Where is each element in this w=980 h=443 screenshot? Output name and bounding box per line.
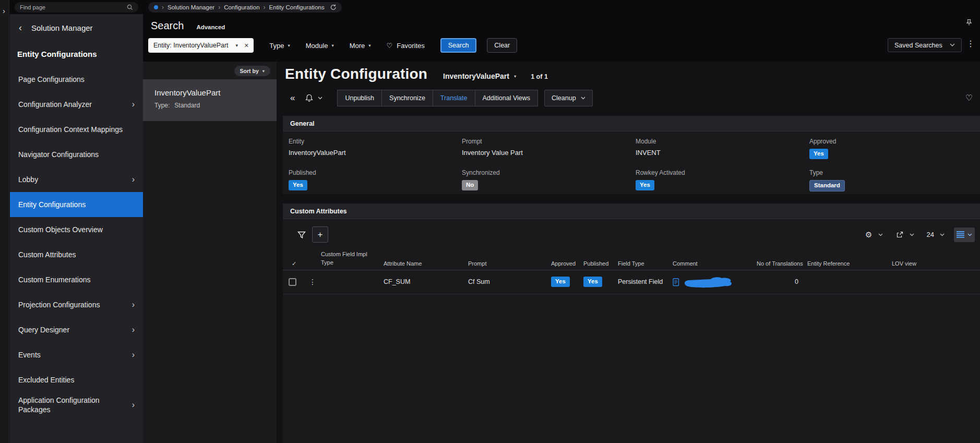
- saved-searches-button[interactable]: Saved Searches: [888, 38, 962, 52]
- page-size-selector[interactable]: 24: [927, 231, 934, 238]
- module-filter-dropdown[interactable]: Module▾: [306, 42, 334, 50]
- column-label: Type: [321, 259, 367, 266]
- select-all-check-icon[interactable]: ✓: [292, 260, 296, 267]
- sidebar-item-entity-configurations[interactable]: Entity Configurations: [10, 192, 143, 217]
- find-page-placeholder: Find page: [20, 4, 127, 10]
- expand-sidebar-icon[interactable]: ›: [3, 6, 5, 15]
- sidebar-item-label: Application Configuration Packages: [18, 396, 132, 414]
- cell-no-of-translations: 0: [757, 278, 798, 285]
- advanced-link[interactable]: Advanced: [196, 24, 225, 30]
- kebab-menu-icon[interactable]: ⋮: [966, 39, 975, 49]
- sidebar-item-configuration-analyzer[interactable]: Configuration Analyzer›: [10, 92, 143, 117]
- sidebar-item-page-configurations[interactable]: Page Configurations: [10, 67, 143, 92]
- sidebar-item-projection-configurations[interactable]: Projection Configurations›: [10, 292, 143, 317]
- additional-views-button[interactable]: Additional Views: [475, 90, 539, 106]
- row-menu-icon[interactable]: ⋮: [309, 278, 316, 286]
- result-item-title: InventoryValuePart: [143, 79, 277, 97]
- column-attribute-name: Attribute Name: [384, 260, 422, 267]
- field-value: Inventory Value Part: [462, 149, 523, 157]
- collapse-panel-icon[interactable]: «: [290, 93, 295, 103]
- field-value: InventoryValuePart: [289, 149, 346, 157]
- chevron-down-icon: [950, 43, 955, 47]
- record-count: 1 of 1: [531, 73, 548, 80]
- type-filter-label: Type: [269, 42, 284, 50]
- chevron-right-icon: ›: [132, 300, 135, 309]
- sidebar-item-application-configuration-packages[interactable]: Application Configuration Packages›: [10, 392, 143, 417]
- add-attribute-button[interactable]: +: [312, 226, 328, 243]
- favorite-record-icon[interactable]: ♡: [965, 93, 973, 103]
- export-dropdown-icon[interactable]: [910, 233, 914, 236]
- breadcrumb-solution-manager[interactable]: Solution Manager: [168, 4, 214, 10]
- top-header: › Solution Manager › Configuration › Ent…: [143, 0, 980, 62]
- filter-bar: Entity: InventoryValuePart ▾ × Type▾ Mod…: [148, 38, 517, 53]
- table-row[interactable]: ⋮ CF_SUM Cf Sum Yes Yes Persistent Field…: [283, 270, 980, 294]
- sort-by-button[interactable]: Sort by ▾: [234, 66, 270, 76]
- field-label: Synchronized: [462, 169, 500, 176]
- field-label: Module: [636, 138, 661, 145]
- module-filter-label: Module: [306, 42, 328, 50]
- sidebar-item-excluded-entities[interactable]: Excluded Entities: [10, 367, 143, 392]
- synchronize-button[interactable]: Synchronize: [381, 90, 433, 106]
- favorites-toggle[interactable]: ♡Favorites: [387, 42, 425, 50]
- sidebar-item-custom-enumerations[interactable]: Custom Enumerations: [10, 267, 143, 292]
- row-checkbox[interactable]: [289, 278, 296, 286]
- field-published: Published Yes: [289, 169, 316, 190]
- breadcrumb-separator: ›: [264, 4, 266, 11]
- custom-attributes-panel: Custom Attributes + ⚙ 24: [283, 203, 980, 443]
- refresh-icon[interactable]: [330, 4, 336, 10]
- column-prompt: Prompt: [468, 260, 486, 267]
- result-list-item[interactable]: InventoryValuePart Type: Standard: [143, 79, 277, 121]
- sidebar-item-custom-attributes[interactable]: Custom Attributes: [10, 242, 143, 267]
- more-filter-dropdown[interactable]: More▾: [350, 42, 371, 50]
- gear-dropdown-icon[interactable]: [878, 233, 883, 236]
- pin-icon[interactable]: [965, 19, 973, 26]
- detail-pane: Entity Configuration InventoryValuePart …: [277, 62, 980, 443]
- record-selector-value: InventoryValuePart: [443, 72, 509, 80]
- sidebar-item-label: Custom Attributes: [18, 250, 135, 259]
- type-filter-dropdown[interactable]: Type▾: [269, 42, 290, 50]
- close-icon[interactable]: ×: [244, 41, 248, 50]
- breadcrumb-entity-configurations[interactable]: Entity Configurations: [269, 4, 325, 10]
- export-icon[interactable]: [895, 231, 904, 239]
- breadcrumb-separator: ›: [218, 4, 220, 11]
- chevron-right-icon: ›: [132, 400, 135, 410]
- sidebar-item-events[interactable]: Events›: [10, 342, 143, 367]
- unpublish-button[interactable]: Unpublish: [337, 90, 382, 106]
- breadcrumb-configuration[interactable]: Configuration: [224, 4, 259, 10]
- cleanup-button[interactable]: Cleanup: [544, 90, 593, 106]
- bell-icon: [305, 94, 313, 102]
- status-badge: Standard: [809, 180, 845, 191]
- favorites-label: Favorites: [397, 42, 424, 50]
- caret-down-icon: ▾: [368, 43, 371, 48]
- page-size-dropdown-icon[interactable]: [940, 233, 945, 236]
- caret-down-icon[interactable]: ▾: [236, 43, 238, 48]
- sidebar-item-configuration-context-mappings[interactable]: Configuration Context Mappings: [10, 117, 143, 142]
- clear-button[interactable]: Clear: [487, 38, 517, 53]
- sidebar-item-custom-objects-overview[interactable]: Custom Objects Overview: [10, 217, 143, 242]
- result-item-type-value: Standard: [174, 102, 200, 109]
- sidebar-back-button[interactable]: ‹ Solution Manager: [19, 23, 93, 32]
- sidebar-item-lobby[interactable]: Lobby›: [10, 167, 143, 192]
- action-button-group: Unpublish Synchronize Translate Addition…: [337, 90, 538, 106]
- sidebar-item-label: Configuration Analyzer: [18, 100, 132, 109]
- entity-filter-chip[interactable]: Entity: InventoryValuePart ▾ ×: [148, 38, 254, 53]
- list-view-button[interactable]: [954, 228, 975, 242]
- sidebar-item-label: Custom Enumerations: [18, 276, 135, 284]
- gear-icon[interactable]: ⚙: [865, 230, 872, 240]
- sidebar-item-label: Query Designer: [18, 326, 132, 334]
- comment-redaction-scribble: [682, 277, 734, 289]
- translate-button[interactable]: Translate: [433, 90, 475, 106]
- search-icon: [127, 4, 133, 10]
- field-label: Prompt: [462, 138, 523, 145]
- sidebar-item-query-designer[interactable]: Query Designer›: [10, 317, 143, 342]
- comment-note-icon[interactable]: [673, 278, 679, 286]
- cell-prompt: Cf Sum: [468, 278, 490, 285]
- find-page-input[interactable]: Find page: [15, 2, 138, 13]
- field-module: Module INVENT: [636, 138, 661, 157]
- notifications-button[interactable]: [305, 94, 322, 102]
- filter-icon[interactable]: [297, 231, 306, 239]
- entity-filter-label: Entity: InventoryValuePart: [153, 42, 229, 49]
- search-button[interactable]: Search: [440, 38, 477, 53]
- sidebar-item-navigator-configurations[interactable]: Navigator Configurations: [10, 142, 143, 167]
- record-selector-dropdown[interactable]: InventoryValuePart ▾: [443, 72, 516, 80]
